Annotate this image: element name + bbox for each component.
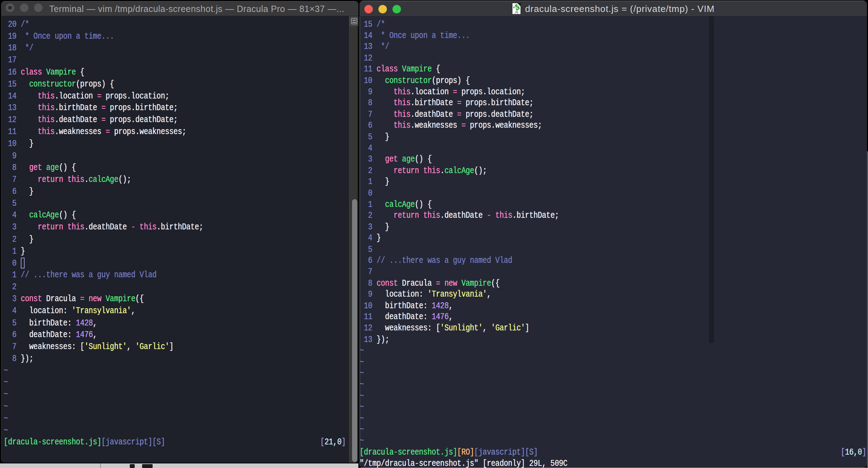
svg-text:JS: JS — [515, 11, 518, 14]
